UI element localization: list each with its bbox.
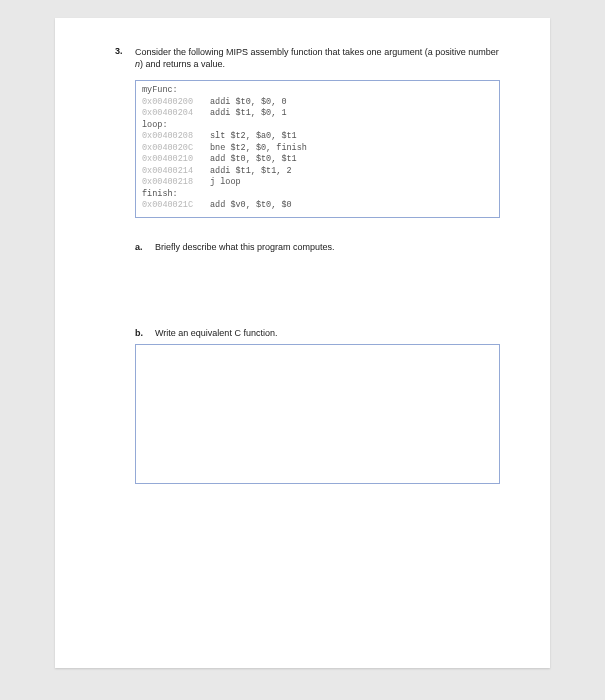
code-instr: bne $t2, $0, finish: [210, 143, 307, 153]
code-instr: slt $t2, $a0, $t1: [210, 131, 297, 141]
code-instr: add $t0, $t0, $t1: [210, 154, 297, 164]
code-addr: 0x00400214: [142, 166, 210, 177]
code-addr: 0x00400204: [142, 108, 210, 119]
sub-a-text: Briefly describe what this program compu…: [155, 242, 335, 252]
document-page: 3. Consider the following MIPS assembly …: [55, 18, 550, 668]
question-text: Consider the following MIPS assembly fun…: [135, 46, 500, 70]
code-addr: 0x0040021C: [142, 200, 210, 211]
code-listing: myFunc: 0x00400200addi $t0, $0, 0 0x0040…: [135, 80, 500, 218]
subquestion-b-row: b. Write an equivalent C function.: [135, 328, 500, 338]
code-instr: addi $t1, $t1, 2: [210, 166, 292, 176]
prompt-part-b: ) and returns a value.: [140, 59, 225, 69]
subquestion-a-row: a. Briefly describe what this program co…: [135, 242, 500, 252]
question-row: 3. Consider the following MIPS assembly …: [115, 46, 500, 70]
sub-a-letter: a.: [135, 242, 147, 252]
code-addr: 0x00400200: [142, 97, 210, 108]
code-instr: j loop: [210, 177, 241, 187]
code-addr: 0x00400218: [142, 177, 210, 188]
code-addr: 0x00400210: [142, 154, 210, 165]
sub-b-text: Write an equivalent C function.: [155, 328, 277, 338]
code-instr: add $v0, $t0, $0: [210, 200, 292, 210]
answer-box-b: [135, 344, 500, 484]
sub-b-letter: b.: [135, 328, 147, 338]
code-instr: addi $t1, $0, 1: [210, 108, 287, 118]
code-label-finish: finish:: [142, 189, 178, 199]
code-label-loop: loop:: [142, 120, 168, 130]
code-instr: addi $t0, $0, 0: [210, 97, 287, 107]
spacer: [115, 258, 500, 328]
code-label-myfunc: myFunc:: [142, 85, 178, 95]
prompt-part-a: Consider the following MIPS assembly fun…: [135, 47, 499, 57]
code-addr: 0x00400208: [142, 131, 210, 142]
code-addr: 0x0040020C: [142, 143, 210, 154]
question-number: 3.: [115, 46, 127, 56]
